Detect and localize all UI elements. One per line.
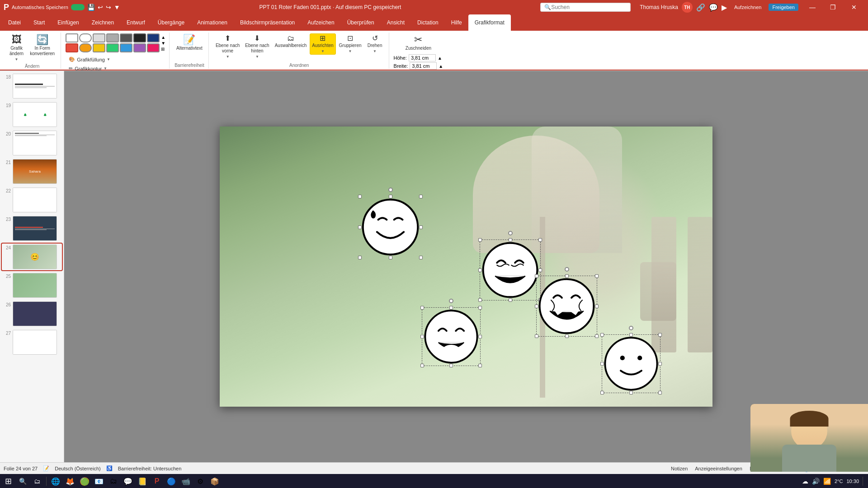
emoji-face-2[interactable] [480,239,541,300]
tab-hilfe[interactable]: Hilfe [445,14,468,31]
drehen-button[interactable]: ↺ Drehen ▼ [365,33,385,55]
tab-ueberpruefen[interactable]: Überprüfen [341,14,381,31]
show-desktop[interactable] [863,477,866,486]
tab-uebergaenge[interactable]: Übergänge [151,14,191,31]
notes-label[interactable]: Notizen [671,466,688,471]
shape-rect-2[interactable] [79,33,92,42]
width-input[interactable] [410,62,437,70]
toolbar-save-icon[interactable]: 💾 [87,4,95,11]
zuschneiden-button[interactable]: ✂ Zuschneiden [403,33,434,52]
slide-item-26[interactable]: 26 [2,300,62,327]
slide-item-22[interactable]: 22 [2,187,62,213]
shape-rect-6[interactable] [133,33,146,42]
toolbar-undo-icon[interactable]: ↩ [98,4,103,11]
taskbar-powerpoint-app[interactable]: P [151,475,163,488]
search-bar[interactable]: 🔍 [540,3,631,12]
shape-color-4[interactable] [106,43,119,52]
slide-item-18[interactable]: 18 [2,73,62,99]
shape-rect-1[interactable] [66,33,78,42]
taskbar-outlook[interactable]: 📧 [93,475,105,488]
shape-rect-5[interactable] [120,33,132,42]
share-btn[interactable]: Freigeben [769,4,798,11]
window-controls[interactable]: — ❐ ✕ [802,0,864,14]
slide-item-24[interactable]: 24 😊 [2,244,62,270]
slide-item-23[interactable]: 23 [2,215,62,242]
shape-rect-7[interactable] [147,33,160,42]
shape-rect-3[interactable] [93,33,105,42]
height-stepper-up[interactable]: ▲ [438,56,442,61]
gallery-scroll-up[interactable]: ▲ [161,35,165,40]
shape-color-7[interactable] [147,43,160,52]
slide-item-21[interactable]: 21 Sahara [2,158,62,185]
taskbar-onenote[interactable]: 📒 [136,475,149,488]
emoji-face-5[interactable] [602,334,660,393]
tab-animationen[interactable]: Animationen [191,14,234,31]
slide-item-19[interactable]: 19 🌲 🌲 [2,101,62,128]
grafikfuellung-button[interactable]: 🎨 Grafikfüllung ▼ [66,55,165,64]
gallery-expand[interactable]: ⊞ [161,47,165,52]
tab-ansicht[interactable]: Ansicht [381,14,411,31]
taskbar-store[interactable]: 📦 [208,475,221,488]
shape-rect-4[interactable] [106,33,119,42]
tab-start[interactable]: Start [27,14,51,31]
grafik-aendern-button[interactable]: 🖼 Grafikändern ▼ [7,33,26,63]
auswahlbereich-button[interactable]: 🗂 Auswahlbereich [273,33,309,50]
alternativtext-button[interactable]: 📝 Alternativtext [174,33,205,52]
tab-einfuegen[interactable]: Einfügen [51,14,85,31]
height-input[interactable] [409,54,436,61]
share-link-icon[interactable]: 🔗 [696,3,705,12]
slide-canvas[interactable] [220,127,712,407]
shape-color-1[interactable] [66,43,78,52]
emoji-face-4[interactable] [422,307,481,366]
slide-item-27[interactable]: 27 [2,329,62,356]
tab-grafikformat[interactable]: Grafikformat [468,14,511,31]
shape-color-5[interactable] [120,43,132,52]
ebene-vorne-button[interactable]: ⬆ Ebene nachvorne ▼ [213,33,242,60]
shape-color-6[interactable] [133,43,146,52]
shape-color-2[interactable] [79,43,92,52]
in-form-konvertieren-button[interactable]: 🔄 In Formkonvertieren [28,33,57,58]
taskbar-network-icon[interactable]: 📶 [823,478,831,485]
record-btn[interactable]: Aufzeichnen [731,4,765,11]
search-input[interactable] [551,4,623,10]
autosave-toggle[interactable] [71,4,85,10]
taskbar-edge[interactable]: 🌐 [49,475,62,488]
taskbar-teams[interactable]: 💬 [122,475,134,488]
emoji-face-3[interactable] [536,276,597,337]
emoji-face-1[interactable] [360,197,421,258]
present-icon[interactable]: ▶ [722,3,727,12]
canvas-area[interactable] [64,71,868,462]
display-settings[interactable]: Anzeigeeinstellungen [695,466,742,471]
rotate-handle-3[interactable] [565,267,569,272]
avatar[interactable]: TH [682,2,693,13]
taskbar-firefox[interactable]: 🦊 [64,475,76,488]
rotate-handle-5[interactable] [629,326,633,330]
ebene-hinten-button[interactable]: ⬇ Ebene nachhinten ▼ [243,33,271,60]
taskbar-search[interactable]: 🔍 [16,475,29,488]
gallery-scroll-down[interactable]: ▼ [161,41,165,46]
taskbar-visio[interactable]: 🔵 [165,475,178,488]
tab-datei[interactable]: Datei [2,14,27,31]
shape-color-3[interactable] [93,43,105,52]
taskbar-settings-app[interactable]: ⚙ [194,475,207,488]
gruppieren-button[interactable]: ⊡ Gruppieren ▼ [337,33,364,55]
taskbar-start-button[interactable]: ⊞ [2,475,14,488]
comments-icon[interactable]: 💬 [709,3,718,12]
toolbar-redo-icon[interactable]: ↪ [106,4,111,11]
taskbar-camera[interactable]: 📹 [179,475,192,488]
width-stepper-up[interactable]: ▲ [439,64,443,69]
toolbar-more-icon[interactable]: ▼ [114,4,120,11]
taskbar-cloud-icon[interactable]: ☁ [802,478,808,485]
taskbar-volume-icon[interactable]: 🔊 [812,478,820,485]
rotate-handle-1[interactable] [388,188,393,192]
maximize-button[interactable]: ❐ [823,0,844,14]
taskbar-fileexplorer[interactable]: 🗂 [107,475,120,488]
rotate-handle-2[interactable] [508,231,513,235]
taskbar-taskview[interactable]: 🗂 [31,475,43,488]
slide-item-20[interactable]: 20 [2,130,62,156]
tab-aufzeichen[interactable]: Aufzeichen [301,14,340,31]
minimize-button[interactable]: — [802,0,823,14]
ausrichten-button[interactable]: ⊞ Ausrichten ▼ [310,33,335,55]
close-button[interactable]: ✕ [844,0,864,14]
tab-dictation[interactable]: Dictation [411,14,445,31]
